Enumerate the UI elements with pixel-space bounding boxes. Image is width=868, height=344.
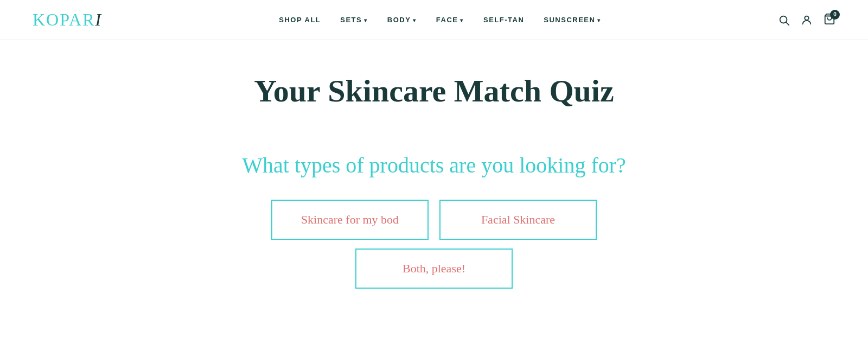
option-body-skincare[interactable]: Skincare for my bod <box>271 200 429 240</box>
nav-shop-all[interactable]: SHOP ALL <box>279 16 321 24</box>
option-both[interactable]: Both, please! <box>355 249 513 289</box>
quiz-options-row-1: Skincare for my bod Facial Skincare <box>250 200 618 240</box>
svg-point-2 <box>805 16 808 20</box>
nav-sets[interactable]: SETS ▾ <box>340 16 367 24</box>
chevron-down-icon: ▾ <box>413 17 417 23</box>
site-header: KOPARi SHOP ALL SETS ▾ BODY ▾ FACE ▾ SEL… <box>0 0 868 40</box>
option-facial-skincare[interactable]: Facial Skincare <box>439 200 597 240</box>
chevron-down-icon: ▾ <box>364 17 368 23</box>
chevron-down-icon: ▾ <box>460 17 464 23</box>
main-nav: SHOP ALL SETS ▾ BODY ▾ FACE ▾ SELF-TAN S… <box>279 16 601 24</box>
nav-self-tan[interactable]: SELF-TAN <box>483 16 524 24</box>
account-button[interactable] <box>801 14 813 26</box>
cart-button[interactable]: 0 <box>824 13 835 27</box>
nav-body[interactable]: BODY ▾ <box>387 16 417 24</box>
nav-face[interactable]: FACE ▾ <box>436 16 464 24</box>
site-logo[interactable]: KOPARi <box>33 10 102 30</box>
quiz-options-row-2: Both, please! <box>250 249 618 289</box>
header-icons: 0 <box>778 13 835 27</box>
svg-line-1 <box>786 22 789 25</box>
quiz-options: Skincare for my bod Facial Skincare Both… <box>250 200 618 289</box>
search-icon <box>778 14 790 26</box>
user-icon <box>801 14 813 26</box>
search-button[interactable] <box>778 14 790 26</box>
chevron-down-icon: ▾ <box>597 17 601 23</box>
quiz-question: What types of products are you looking f… <box>242 152 626 178</box>
cart-count-badge: 0 <box>830 10 840 20</box>
main-content: Your Skincare Match Quiz What types of p… <box>0 40 868 321</box>
quiz-title: Your Skincare Match Quiz <box>254 73 614 109</box>
nav-sunscreen[interactable]: SUNSCREEN ▾ <box>544 16 601 24</box>
